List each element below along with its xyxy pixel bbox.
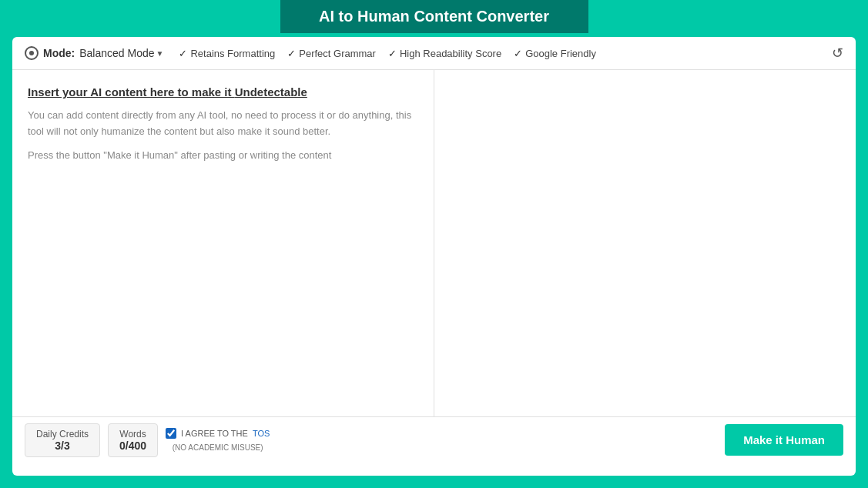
refresh-icon[interactable]: ↺ bbox=[832, 45, 843, 62]
mode-value: Balanced Mode bbox=[79, 47, 154, 59]
check-icon-3: ✓ bbox=[388, 48, 397, 59]
feature-label-3: High Readability Score bbox=[400, 48, 501, 59]
tos-text: I AGREE TO THE bbox=[181, 429, 248, 438]
placeholder-title-highlight: Undetectable bbox=[235, 85, 307, 99]
placeholder-title: Insert your AI content here to make it U… bbox=[28, 85, 418, 99]
daily-credits-box: Daily Credits 3/3 bbox=[25, 423, 100, 457]
check-icon-1: ✓ bbox=[179, 48, 187, 59]
content-area: Insert your AI content here to make it U… bbox=[12, 70, 856, 416]
check-icon-2: ✓ bbox=[287, 48, 296, 59]
placeholder-line2: Press the button "Make it Human" after p… bbox=[28, 148, 418, 164]
words-label: Words bbox=[119, 429, 146, 440]
feature-badges: ✓ Retains Formatting ✓ Perfect Grammar ✓… bbox=[179, 48, 816, 59]
check-icon-4: ✓ bbox=[514, 48, 522, 59]
tos-inner: I AGREE TO THE TOS bbox=[166, 428, 270, 439]
placeholder-title-normal: Insert your AI content here to make it bbox=[28, 85, 235, 99]
daily-credits-label: Daily Credits bbox=[36, 429, 89, 440]
header: AI to Human Content Converter bbox=[280, 0, 588, 33]
chevron-down-icon: ▼ bbox=[156, 49, 164, 58]
feature-label-1: Retains Formatting bbox=[190, 48, 275, 59]
daily-credits-value: 3/3 bbox=[36, 440, 89, 452]
right-panel bbox=[434, 70, 856, 416]
tos-link[interactable]: TOS bbox=[253, 429, 270, 438]
mode-label: Mode: bbox=[43, 47, 75, 59]
feature-badge-3: ✓ High Readability Score bbox=[388, 48, 501, 59]
feature-badge-2: ✓ Perfect Grammar bbox=[287, 48, 376, 59]
mode-selector[interactable]: Mode: Balanced Mode ▼ bbox=[25, 46, 163, 60]
feature-badge-1: ✓ Retains Formatting bbox=[179, 48, 275, 59]
feature-label-2: Perfect Grammar bbox=[299, 48, 376, 59]
toolbar: Mode: Balanced Mode ▼ ✓ Retains Formatti… bbox=[12, 37, 856, 70]
placeholder-line1: You can add content directly from any AI… bbox=[28, 108, 418, 140]
make-human-button[interactable]: Make it Human bbox=[725, 424, 843, 456]
words-counter-box: Words 0/400 bbox=[108, 423, 158, 457]
tos-checkbox[interactable] bbox=[166, 428, 176, 439]
page-title: AI to Human Content Converter bbox=[296, 8, 573, 25]
words-value: 0/400 bbox=[119, 440, 146, 452]
left-panel: Insert your AI content here to make it U… bbox=[12, 70, 434, 416]
mode-dropdown[interactable]: Balanced Mode ▼ bbox=[79, 47, 163, 59]
tos-subtext: (NO ACADEMIC MISUSE) bbox=[173, 443, 263, 452]
feature-label-4: Google Friendly bbox=[525, 48, 596, 59]
mode-icon bbox=[25, 46, 39, 60]
bottom-bar: Daily Credits 3/3 Words 0/400 I AGREE TO… bbox=[12, 416, 856, 463]
main-container: Mode: Balanced Mode ▼ ✓ Retains Formatti… bbox=[12, 37, 856, 476]
tos-agreement: I AGREE TO THE TOS (NO ACADEMIC MISUSE) bbox=[166, 428, 270, 452]
feature-badge-4: ✓ Google Friendly bbox=[514, 48, 596, 59]
